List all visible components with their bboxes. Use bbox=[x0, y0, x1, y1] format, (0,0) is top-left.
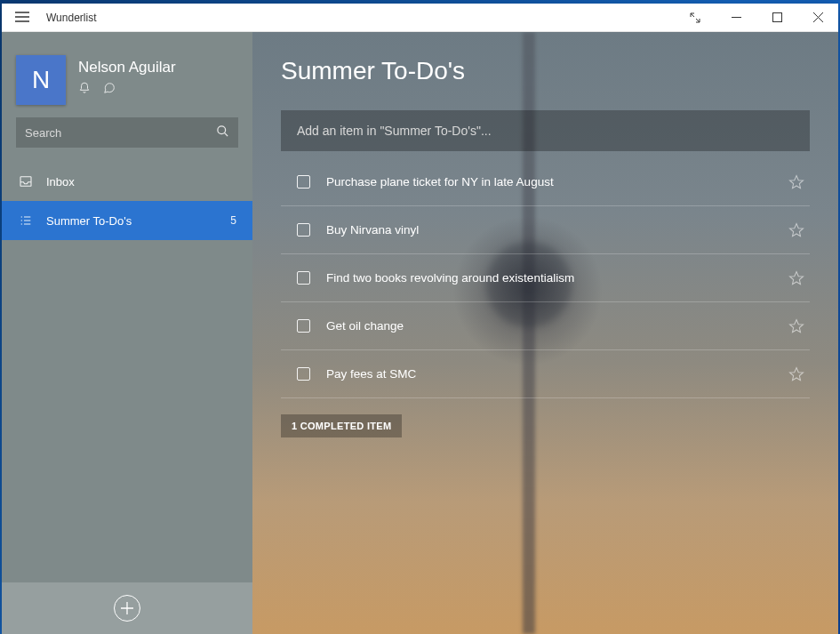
profile-section: N Nelson Aguilar bbox=[2, 32, 252, 117]
star-icon[interactable] bbox=[788, 222, 804, 238]
notifications-icon[interactable] bbox=[78, 82, 91, 98]
svg-marker-6 bbox=[790, 319, 804, 332]
add-item-input[interactable]: Add an item in "Summer To-Do's"... bbox=[281, 110, 810, 151]
sidebar: N Nelson Aguilar bbox=[2, 32, 252, 634]
minimize-button[interactable] bbox=[716, 4, 756, 32]
inbox-icon bbox=[18, 174, 34, 189]
task-title: Buy Nirvana vinyl bbox=[326, 223, 772, 237]
titlebar: Wunderlist bbox=[2, 4, 838, 32]
task-checkbox[interactable] bbox=[297, 367, 310, 381]
sidebar-item-label: Inbox bbox=[46, 175, 75, 189]
task-title: Get oil change bbox=[326, 319, 772, 333]
svg-marker-3 bbox=[790, 175, 804, 188]
task-row[interactable]: Purchase plane ticket for NY in late Aug… bbox=[281, 158, 810, 206]
svg-marker-7 bbox=[790, 367, 804, 380]
sidebar-item-inbox[interactable]: Inbox bbox=[2, 162, 252, 201]
star-icon[interactable] bbox=[788, 318, 804, 334]
task-row[interactable]: Pay fees at SMC bbox=[281, 350, 810, 398]
task-checkbox[interactable] bbox=[297, 175, 310, 189]
task-row[interactable]: Get oil change bbox=[281, 302, 810, 350]
task-row[interactable]: Buy Nirvana vinyl bbox=[281, 206, 810, 254]
star-icon[interactable] bbox=[788, 174, 804, 190]
close-button[interactable] bbox=[797, 4, 838, 32]
svg-marker-5 bbox=[790, 271, 804, 284]
add-item-placeholder: Add an item in "Summer To-Do's"... bbox=[297, 124, 492, 138]
app-window: Wunderlist N Nelson Aguilar bbox=[2, 4, 838, 634]
completed-items-toggle[interactable]: 1 COMPLETED ITEM bbox=[281, 414, 402, 437]
sidebar-item-label: Summer To-Do's bbox=[46, 214, 132, 228]
app-title: Wunderlist bbox=[43, 12, 96, 24]
avatar[interactable]: N bbox=[16, 55, 66, 105]
search-box[interactable] bbox=[16, 117, 238, 148]
task-row[interactable]: Find two books revolving around existent… bbox=[281, 254, 810, 302]
task-title: Find two books revolving around existent… bbox=[326, 271, 772, 285]
plus-icon bbox=[114, 595, 140, 622]
task-checkbox[interactable] bbox=[297, 223, 310, 237]
list-icon bbox=[18, 213, 34, 228]
list-nav: Inbox Summer To-Do's 5 bbox=[2, 162, 252, 582]
fullscreen-button[interactable] bbox=[675, 4, 716, 32]
task-list: Purchase plane ticket for NY in late Aug… bbox=[281, 158, 810, 398]
star-icon[interactable] bbox=[788, 270, 804, 286]
add-list-button[interactable] bbox=[2, 582, 252, 634]
svg-rect-0 bbox=[772, 13, 781, 22]
svg-marker-4 bbox=[790, 223, 804, 236]
svg-point-1 bbox=[218, 125, 226, 133]
task-checkbox[interactable] bbox=[297, 271, 310, 285]
task-checkbox[interactable] bbox=[297, 319, 310, 333]
menu-button[interactable] bbox=[2, 10, 43, 26]
task-title: Purchase plane ticket for NY in late Aug… bbox=[326, 175, 772, 189]
sidebar-item-count: 5 bbox=[230, 214, 236, 227]
search-input[interactable] bbox=[25, 126, 216, 140]
task-title: Pay fees at SMC bbox=[326, 367, 772, 381]
search-icon[interactable] bbox=[216, 124, 229, 141]
star-icon[interactable] bbox=[788, 366, 804, 382]
sidebar-item-summer-todos[interactable]: Summer To-Do's 5 bbox=[2, 201, 252, 240]
profile-name: Nelson Aguilar bbox=[78, 59, 176, 76]
maximize-button[interactable] bbox=[756, 4, 797, 32]
content-area: N Nelson Aguilar bbox=[2, 32, 838, 634]
svg-rect-2 bbox=[20, 177, 31, 187]
main-panel: Summer To-Do's Add an item in "Summer To… bbox=[252, 32, 838, 634]
list-title: Summer To-Do's bbox=[281, 57, 810, 85]
chat-icon[interactable] bbox=[103, 82, 116, 98]
